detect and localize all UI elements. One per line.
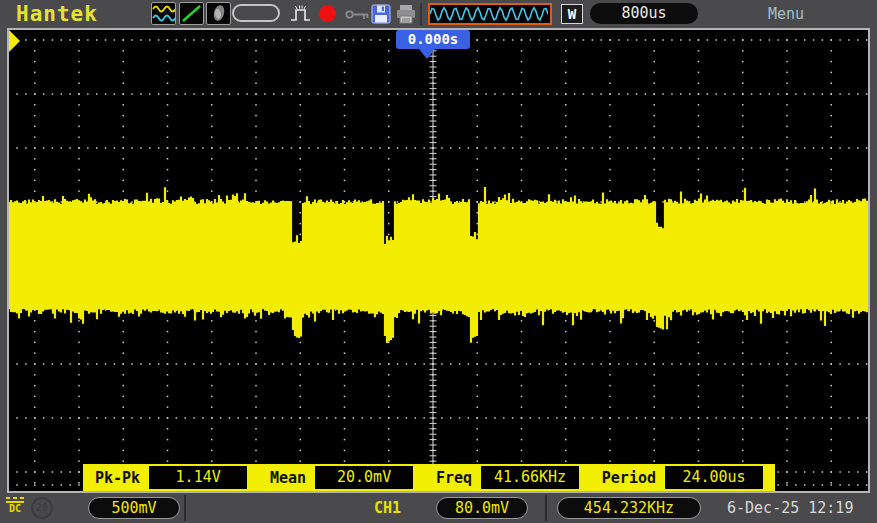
save-icon[interactable] bbox=[371, 4, 391, 24]
channel-label: CH1 bbox=[374, 499, 401, 517]
trigger-level-readout[interactable]: 80.0mV bbox=[436, 497, 528, 519]
trigger-position-pointer-icon bbox=[419, 49, 435, 59]
volts-per-div-readout[interactable]: 500mV bbox=[88, 497, 180, 519]
trigger-waveform-preview-icon[interactable] bbox=[428, 3, 552, 25]
measurement-value: 24.00us bbox=[665, 466, 763, 489]
coupling-dc-icon[interactable]: DC bbox=[6, 497, 28, 514]
measurement-label: Period bbox=[602, 469, 656, 487]
status-box bbox=[232, 4, 280, 22]
datetime-label: 6-Dec-25 12:19 bbox=[727, 499, 853, 517]
measurement-value: 41.66KHz bbox=[481, 466, 579, 489]
measurement-mean: Mean 20.0mV bbox=[270, 466, 413, 489]
waveform-ch1 bbox=[9, 30, 868, 491]
trigger-position-tag[interactable]: 0.000s bbox=[396, 30, 470, 49]
print-icon[interactable] bbox=[395, 4, 417, 24]
trigger-frequency-readout[interactable]: 454.232KHz bbox=[557, 497, 701, 519]
key-icon[interactable] bbox=[345, 8, 370, 21]
measurement-freq: Freq 41.66KHz bbox=[436, 466, 579, 489]
coupling-label: DC bbox=[6, 501, 24, 514]
measurement-pkpk: Pk-Pk 1.14V bbox=[95, 466, 247, 489]
graticule: 0.000s Pk-Pk 1.14V Mean 20.0mV Freq 41.6… bbox=[9, 30, 868, 491]
status-bar: DC 20 500mV CH1 80.0mV 454.232KHz 6-Dec-… bbox=[0, 493, 877, 523]
record-indicator-icon bbox=[319, 5, 336, 22]
measurement-value: 20.0mV bbox=[315, 466, 413, 489]
measurement-bar: Pk-Pk 1.14V Mean 20.0mV Freq 41.66KHz Pe… bbox=[83, 464, 775, 491]
measurement-label: Freq bbox=[436, 469, 472, 487]
line-icon[interactable] bbox=[179, 2, 204, 25]
measurement-label: Mean bbox=[270, 469, 306, 487]
smudge-icon[interactable] bbox=[206, 2, 231, 25]
dc-dashed-line bbox=[6, 497, 28, 499]
measurement-label: Pk-Pk bbox=[95, 469, 140, 487]
measurement-value: 1.14V bbox=[149, 466, 247, 489]
timebase-readout[interactable]: 800us bbox=[590, 3, 698, 24]
brand-logo: Hantek bbox=[16, 2, 98, 26]
top-bar: Hantek bbox=[0, 0, 877, 28]
trigger-time-offset: 0.000s bbox=[408, 31, 459, 47]
pulse-icon[interactable] bbox=[288, 3, 316, 25]
bandwidth-limit-icon[interactable]: 20 bbox=[31, 497, 53, 519]
window-icon[interactable]: W bbox=[561, 4, 583, 24]
ch1-position-marker[interactable] bbox=[9, 30, 20, 52]
toolbar-divider bbox=[420, 3, 422, 25]
status-divider bbox=[545, 495, 547, 521]
status-divider bbox=[184, 495, 186, 521]
oscilloscope-screen: Hantek bbox=[0, 0, 877, 523]
measurement-period: Period 24.00us bbox=[602, 466, 763, 489]
menu-label[interactable]: Menu bbox=[768, 5, 804, 23]
display-area: 0.000s Pk-Pk 1.14V Mean 20.0mV Freq 41.6… bbox=[7, 28, 870, 493]
channels-waveform-icon[interactable] bbox=[151, 2, 176, 25]
